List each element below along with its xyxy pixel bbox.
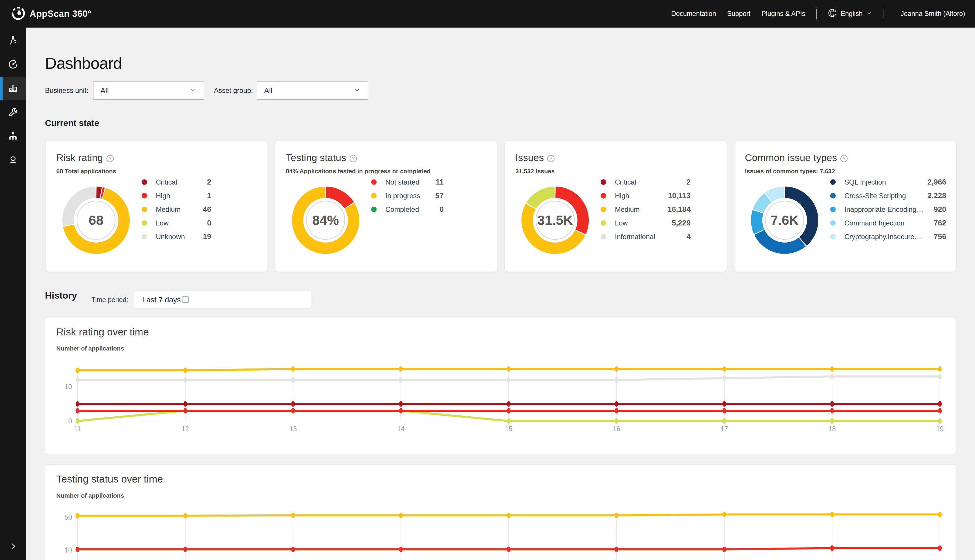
legend-row: Cross-Site Scripting2,228 xyxy=(830,189,946,203)
legend-row: Informational4 xyxy=(601,230,691,243)
legend-label: Cross-Site Scripting xyxy=(844,192,920,200)
legend-dot xyxy=(830,234,836,239)
issues-card: Issues? 31,532 Issues 31.5K Critical2Hig… xyxy=(505,141,727,272)
legend-row: Low0 xyxy=(142,216,211,230)
sidebar-item-dashboard[interactable] xyxy=(0,77,26,100)
chevron-down-icon xyxy=(188,86,197,95)
legend-value: 2,228 xyxy=(927,191,946,200)
nav-separator xyxy=(816,9,817,19)
help-icon[interactable]: ? xyxy=(107,155,114,162)
svg-text:17: 17 xyxy=(720,425,728,433)
svg-text:11: 11 xyxy=(74,425,81,433)
legend-label: High xyxy=(615,192,661,200)
legend-label: Medium xyxy=(156,205,196,213)
legend-label: Not started xyxy=(385,178,429,186)
chart-legend: SQL Injection2,966Cross-Site Scripting2,… xyxy=(830,175,946,243)
donut-center-value: 84% xyxy=(289,184,362,257)
time-period-value: Last 7 days xyxy=(142,295,181,304)
user-menu[interactable]: Joanna Smith (Altoro) xyxy=(901,10,965,18)
legend-row: High1 xyxy=(142,189,211,203)
chevron-down-icon xyxy=(353,86,361,95)
legend-dot xyxy=(830,207,836,212)
card-title: Issues? xyxy=(515,152,555,163)
svg-text:18: 18 xyxy=(828,425,836,433)
time-period-label: Time period: xyxy=(92,291,128,309)
svg-text:0: 0 xyxy=(68,417,72,425)
business-unit-select[interactable]: All xyxy=(93,82,204,100)
app-logo: AppScan 360° xyxy=(11,6,92,22)
nav-documentation[interactable]: Documentation xyxy=(671,10,716,18)
donut-chart: 7.6K xyxy=(748,184,821,257)
legend-label: High xyxy=(156,192,200,200)
legend-dot xyxy=(142,234,147,239)
legend-label: Critical xyxy=(156,178,200,186)
donut-chart: 84% xyxy=(289,184,362,257)
legend-row: Completed0 xyxy=(371,203,444,216)
svg-text:50: 50 xyxy=(64,513,72,521)
chevron-right-icon xyxy=(8,542,18,552)
chart-legend: Not started11In progress57Completed0 xyxy=(371,175,444,216)
legend-value: 11 xyxy=(436,178,444,187)
legend-value: 920 xyxy=(934,205,946,214)
help-icon[interactable]: ? xyxy=(350,155,357,162)
legend-value: 756 xyxy=(934,232,946,241)
legend-row: Low5,229 xyxy=(601,216,691,230)
risk-rating-card: Risk rating? 68 Total applications 68 Cr… xyxy=(45,141,268,272)
current-state-heading: Current state xyxy=(45,118,99,128)
donut-center-value: 68 xyxy=(60,184,132,257)
sidebar-item-users[interactable] xyxy=(0,148,26,172)
bar-chart-icon xyxy=(8,82,18,95)
nav-support[interactable]: Support xyxy=(727,10,751,18)
legend-label: Unknown xyxy=(156,233,196,241)
wrench-icon xyxy=(8,107,18,119)
card-subtitle: 68 Total applications xyxy=(56,168,116,175)
common-issue-types-card: Common issue types? Issues of common typ… xyxy=(734,141,957,272)
donut-chart: 31.5K xyxy=(519,184,592,257)
business-unit-label: Business unit: xyxy=(45,82,88,100)
legend-label: Medium xyxy=(615,205,660,213)
app-title: AppScan 360° xyxy=(30,9,92,19)
svg-text:14: 14 xyxy=(397,425,405,433)
legend-row: In progress57 xyxy=(371,189,444,203)
asset-group-select[interactable]: All xyxy=(257,82,368,100)
sidebar-item-settings[interactable] xyxy=(0,101,26,125)
testing-status-over-time-card: Testing status over time Number of appli… xyxy=(45,464,956,560)
svg-text:16: 16 xyxy=(613,425,620,433)
legend-row: Medium46 xyxy=(142,203,211,216)
card-title: Risk rating? xyxy=(56,152,114,163)
legend-value: 2,966 xyxy=(927,178,946,187)
card-title: Common issue types? xyxy=(745,152,848,163)
risk-rating-line-chart: 100111213141516171819 xyxy=(45,317,957,454)
language-value: English xyxy=(841,10,862,18)
legend-label: Command Injection xyxy=(844,219,927,227)
user-icon xyxy=(8,154,18,167)
legend-value: 46 xyxy=(203,205,211,214)
legend-label: Inappropriate Encoding… xyxy=(844,205,927,213)
sidebar-expand-button[interactable] xyxy=(0,539,26,555)
compass-icon xyxy=(8,35,18,47)
top-nav-bar: AppScan 360° Documentation Support Plugi… xyxy=(0,0,975,28)
legend-value: 762 xyxy=(934,218,946,227)
legend-dot xyxy=(371,207,377,212)
legend-row: Cryptography.Insecure…756 xyxy=(830,230,946,243)
legend-value: 2 xyxy=(207,178,211,187)
legend-dot xyxy=(142,220,147,226)
legend-value: 0 xyxy=(440,205,444,214)
testing-status-line-chart: 5010 xyxy=(45,465,957,560)
sitemap-icon xyxy=(8,131,18,143)
sidebar-item-organization[interactable] xyxy=(0,125,26,149)
svg-text:10: 10 xyxy=(64,547,72,554)
sidebar-item-scans[interactable] xyxy=(0,53,26,77)
svg-text:12: 12 xyxy=(182,425,189,433)
language-selector[interactable]: English xyxy=(828,8,872,20)
page-title: Dashboard xyxy=(45,54,122,73)
nav-plugins-apis[interactable]: Plugins & APIs xyxy=(762,10,805,18)
legend-dot xyxy=(601,220,606,226)
help-icon[interactable]: ? xyxy=(547,155,555,162)
legend-row: Critical2 xyxy=(142,175,211,189)
help-icon[interactable]: ? xyxy=(840,155,848,162)
time-period-input[interactable]: Last 7 days xyxy=(134,291,312,308)
legend-label: Low xyxy=(156,219,200,227)
sidebar-item-applications[interactable] xyxy=(0,29,26,53)
legend-dot xyxy=(601,193,606,198)
